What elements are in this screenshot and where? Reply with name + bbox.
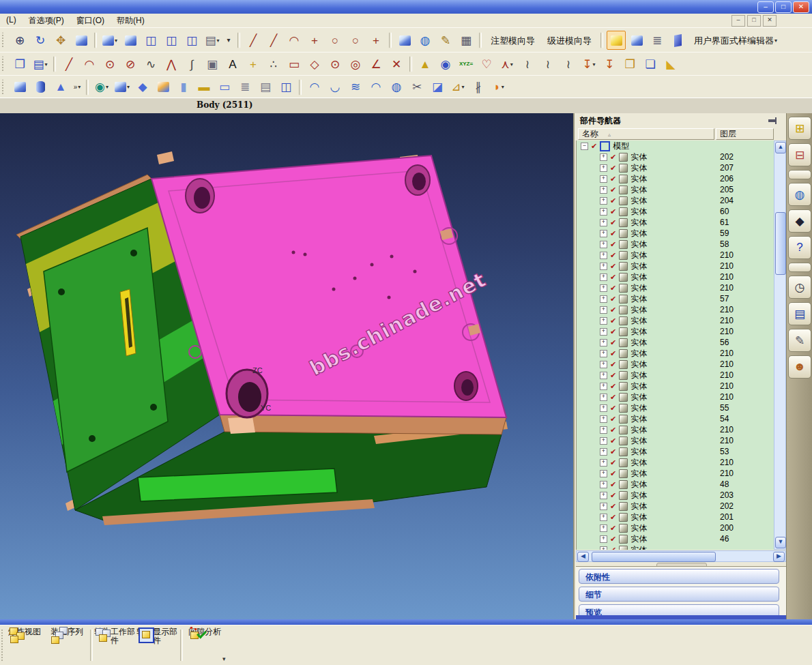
training-icon[interactable]: ◆ <box>788 209 811 233</box>
checkbox-checked-icon[interactable]: ✔ <box>610 480 616 489</box>
expand-icon[interactable]: + <box>600 394 607 401</box>
tree-row[interactable]: + ✔ 实体 210 <box>577 424 774 435</box>
cone-curve-icon[interactable]: ▲ <box>416 55 435 74</box>
polygon-icon[interactable]: ◇ <box>305 55 324 74</box>
line-tool-icon[interactable]: ╱ <box>244 31 263 50</box>
scroll-down-icon[interactable]: ▼ <box>775 537 786 548</box>
ellipse-icon[interactable]: ◎ <box>346 55 365 74</box>
spline-icon[interactable]: ∿ <box>141 55 160 74</box>
circle-tool-icon[interactable]: ○ <box>346 31 365 50</box>
helix-icon[interactable]: ◉ <box>436 55 455 74</box>
cylinder-icon[interactable] <box>31 78 50 97</box>
checkbox-checked-icon[interactable]: ✔ <box>610 251 616 260</box>
history-icon[interactable]: ◷ <box>788 276 811 299</box>
checkbox-checked-icon[interactable]: ✔ <box>610 524 616 533</box>
pan-icon[interactable]: ✥ <box>51 31 70 50</box>
text-icon[interactable]: A <box>223 55 242 74</box>
swept-icon[interactable]: ≋ <box>346 78 365 97</box>
title-bar[interactable]: –□✕ <box>0 0 812 14</box>
expand-icon[interactable]: + <box>600 175 607 183</box>
pocket-icon[interactable]: ▬ <box>194 78 214 97</box>
thread-icon[interactable]: ≣ <box>235 78 255 97</box>
mold-pencil-icon[interactable]: ✎ <box>436 31 455 50</box>
checkbox-checked-icon[interactable]: ✔ <box>610 273 616 282</box>
open-arc-icon[interactable]: ∠ <box>366 55 386 74</box>
fit-window-icon[interactable]: ▤▾ <box>31 55 50 74</box>
tree-row[interactable]: + ✔ 实体 60 <box>577 206 774 217</box>
menu-item-window[interactable]: 窗口(O) <box>70 14 111 28</box>
tree-row[interactable]: + ✔ 实体 61 <box>577 217 774 228</box>
collapse-icon[interactable]: − <box>581 143 588 150</box>
project-curve-icon[interactable]: ↧▾ <box>579 55 598 74</box>
expand-icon[interactable]: + <box>600 426 607 434</box>
expand-icon[interactable]: + <box>600 317 607 325</box>
checkbox-checked-icon[interactable]: ✔ <box>610 447 616 456</box>
mold-wizard-button[interactable]: 注塑模向导 <box>485 29 540 52</box>
circle-icon[interactable]: ⊙ <box>100 55 119 74</box>
column-header-name[interactable]: 名称▵ <box>578 128 714 140</box>
wireframe-view-icon[interactable]: ◫ <box>141 31 160 50</box>
assembly-navigator-icon[interactable]: ⊞ <box>788 117 811 140</box>
expand-icon[interactable]: + <box>600 459 607 467</box>
bridge-curve-icon[interactable]: ≀ <box>538 55 557 74</box>
expand-icon[interactable]: + <box>600 164 607 172</box>
vertical-scroll-thumb[interactable] <box>775 212 786 275</box>
checkbox-checked-icon[interactable]: ✔ <box>610 316 616 325</box>
quilt-icon[interactable]: ◗▾ <box>489 78 508 97</box>
toolbar-overflow-icon[interactable]: ▾ <box>223 31 234 50</box>
studio-spline-icon[interactable]: ∫ <box>182 55 201 74</box>
sheet-curve-icon[interactable]: ❏ <box>641 55 660 74</box>
cross-icon[interactable]: ✕ <box>387 55 406 74</box>
checkbox-checked-icon[interactable]: ✔ <box>610 469 616 478</box>
menu-item-preferences[interactable]: 首选项(P) <box>23 14 70 28</box>
checkbox-checked-icon[interactable]: ✔ <box>610 437 616 445</box>
mdi-restore-button[interactable]: □ <box>747 15 761 27</box>
checkbox-checked-icon[interactable]: ✔ <box>610 535 616 544</box>
horizontal-scroll-thumb[interactable] <box>592 552 716 562</box>
expand-icon[interactable]: + <box>600 208 607 216</box>
expand-icon[interactable]: + <box>600 361 607 368</box>
checkbox-checked-icon[interactable]: ✔ <box>610 327 616 336</box>
make-work-part-button[interactable]: 转为工作部件 <box>94 627 135 645</box>
tree-row[interactable]: + ✔ 实体 210 <box>577 457 774 468</box>
checkbox-checked-icon[interactable]: ✔ <box>610 371 616 380</box>
tree-row[interactable]: + ✔ 实体 202 <box>577 151 774 162</box>
hole-icon[interactable] <box>154 78 173 97</box>
extend-icon[interactable]: ◪ <box>428 78 447 97</box>
expand-icon[interactable]: + <box>600 219 607 226</box>
shaded-view-icon[interactable]: ▾ <box>100 31 119 50</box>
shaded-edges-view-icon[interactable] <box>121 31 140 50</box>
spreadsheet-icon[interactable]: ≣ <box>648 31 667 50</box>
polyline-icon[interactable]: ⋀ <box>162 55 181 74</box>
offset-curve-icon[interactable]: ≀ <box>518 55 537 74</box>
mold-assembly-model[interactable]: bbs.chinade.net ZC YC <box>0 113 573 619</box>
checkbox-checked-icon[interactable]: ✔ <box>610 196 616 205</box>
ruled-surface-icon[interactable]: ◠ <box>305 78 324 97</box>
instance-icon[interactable]: ◫ <box>276 78 295 97</box>
simplify-curve-icon[interactable]: ≀ <box>559 55 578 74</box>
checkbox-checked-icon[interactable]: ✔ <box>610 546 616 550</box>
tree-row[interactable]: + ✔ 实体 205 <box>577 184 774 195</box>
tree-row[interactable]: + ✔ 实体 210 <box>577 348 774 359</box>
line-point-tool-icon[interactable]: ╱ <box>264 31 283 50</box>
boundary-curve-icon[interactable]: ♡ <box>477 55 496 74</box>
tree-row[interactable]: + ✔ 实体 59 <box>577 228 774 239</box>
expand-icon[interactable]: + <box>600 383 607 390</box>
checkbox-checked-icon[interactable]: ✔ <box>610 360 616 369</box>
expand-icon[interactable]: + <box>600 546 607 550</box>
menu-item-partial[interactable]: (L) <box>0 14 23 28</box>
scroll-up-icon[interactable]: ▲ <box>775 142 786 153</box>
section-surface-icon[interactable]: ◠ <box>366 78 386 97</box>
hidden-wireframe-view-icon[interactable]: ◫ <box>162 31 181 50</box>
palette-icon[interactable]: ▤ <box>788 302 811 325</box>
expand-icon[interactable]: + <box>600 481 607 488</box>
make-displayed-part-button[interactable]: 转为显示部件 <box>136 627 177 645</box>
tree-row[interactable]: + ✔ 实体 204 <box>577 195 774 206</box>
checkbox-checked-icon[interactable]: ✔ <box>610 240 616 249</box>
menu-item-help[interactable]: 帮助(H) <box>111 14 151 28</box>
expand-icon[interactable]: + <box>600 492 607 499</box>
extrude-icon[interactable]: ▾ <box>113 78 132 97</box>
tree-row[interactable]: + ✔ 实体 57 <box>577 293 774 304</box>
block-icon[interactable] <box>10 78 29 97</box>
vertical-scrollbar[interactable]: ▲ ▼ <box>774 141 786 550</box>
